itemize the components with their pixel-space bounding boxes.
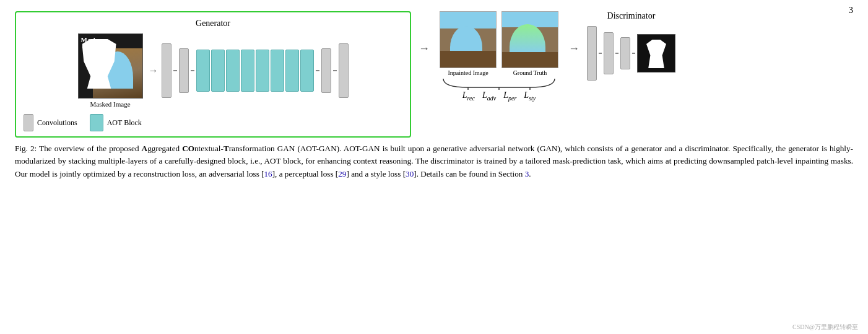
bold-T: T bbox=[224, 144, 229, 153]
aot-block-2 bbox=[211, 50, 225, 92]
legend-area: Convolutions AOT Block bbox=[21, 114, 142, 131]
discriminator-output bbox=[637, 34, 675, 73]
floor1 bbox=[440, 51, 496, 68]
disc-conn-3 bbox=[632, 53, 635, 54]
inpainted-image bbox=[440, 11, 497, 68]
floor2 bbox=[502, 52, 558, 68]
discriminator-row bbox=[587, 26, 675, 81]
loss-adv: Ladv bbox=[482, 90, 496, 102]
bold-A: A bbox=[142, 144, 148, 153]
masked-image-group: Mask Masked Image bbox=[78, 33, 143, 108]
ref-30: 30 bbox=[406, 169, 414, 178]
conv-block-1 bbox=[162, 43, 171, 98]
connector-4 bbox=[333, 70, 337, 71]
aot-block-7 bbox=[285, 50, 299, 92]
preview-images-row: Inpainted Image Ground Truth bbox=[440, 11, 558, 76]
main-content: 3 Generator Mask bbox=[0, 0, 868, 187]
inpainted-group: Inpainted Image bbox=[440, 11, 497, 76]
arrow-to-disc: → bbox=[568, 42, 579, 55]
aot-block-4 bbox=[241, 50, 254, 92]
disc-conv-2 bbox=[604, 32, 614, 74]
loss-sty: Lsty bbox=[524, 90, 536, 102]
ref-16: 16 bbox=[264, 169, 272, 178]
bold-CO: CO bbox=[182, 144, 194, 153]
loss-per: Lper bbox=[503, 90, 516, 102]
caption-fig-label: Fig. 2: The overview of the proposed Agg… bbox=[15, 144, 853, 178]
page-number: 3 bbox=[849, 5, 854, 15]
disc-conn-1 bbox=[599, 53, 602, 54]
connector-3 bbox=[316, 70, 319, 71]
conv-block-3 bbox=[321, 48, 331, 93]
ground-truth-group: Ground Truth bbox=[501, 11, 558, 76]
disc-conn-2 bbox=[615, 53, 618, 54]
disc-mask-shape bbox=[646, 40, 666, 68]
caption: Fig. 2: The overview of the proposed Agg… bbox=[15, 143, 853, 180]
legend-aot-label: AOT Block bbox=[107, 118, 142, 128]
aot-block-8 bbox=[300, 50, 314, 92]
disc-conv-3 bbox=[620, 37, 630, 69]
connector-1 bbox=[173, 70, 177, 71]
legend-conv-item: Convolutions bbox=[24, 114, 77, 131]
generator-label: Generator bbox=[196, 19, 230, 29]
aot-block-1 bbox=[196, 50, 210, 92]
loss-rec: Lrec bbox=[462, 90, 475, 102]
generator-row: Mask Masked Image → bbox=[78, 33, 349, 108]
legend-aot-item: AOT Block bbox=[90, 114, 142, 131]
conv-block-4 bbox=[339, 43, 349, 98]
discriminator-section: Discriminator bbox=[587, 11, 675, 81]
arch-opening2 bbox=[510, 24, 546, 53]
mask-label: Mask bbox=[81, 36, 97, 43]
masked-image-bg: Mask bbox=[78, 33, 143, 99]
ground-truth-label: Ground Truth bbox=[513, 69, 547, 76]
connector-2 bbox=[191, 70, 194, 71]
disc-conv-1 bbox=[587, 26, 597, 81]
aot-block-3 bbox=[226, 50, 240, 92]
arch-opening1 bbox=[450, 26, 482, 53]
aot-block-6 bbox=[271, 50, 284, 92]
brace-svg bbox=[437, 76, 561, 90]
ground-truth-image bbox=[501, 11, 558, 68]
legend-aot-icon bbox=[90, 114, 103, 131]
legend-conv-icon bbox=[24, 114, 33, 131]
arrow-1: → bbox=[149, 65, 158, 76]
masked-image-label: Masked Image bbox=[90, 100, 130, 108]
arrow-to-images: → bbox=[419, 42, 430, 55]
loss-labels-row: Lrec Ladv Lper Lsty bbox=[462, 90, 536, 102]
aot-blocks-group bbox=[196, 50, 314, 92]
discriminator-label: Discriminator bbox=[607, 11, 656, 21]
ref-section-3: 3 bbox=[525, 169, 529, 178]
generator-section: Generator Mask Masked Image bbox=[15, 11, 411, 138]
conv-block-2 bbox=[179, 48, 189, 93]
aot-block-5 bbox=[256, 50, 269, 92]
inpainted-label: Inpainted Image bbox=[448, 69, 488, 76]
preview-section: Inpainted Image Ground Truth bbox=[437, 11, 561, 102]
legend-conv-label: Convolutions bbox=[37, 118, 77, 128]
ref-29: 29 bbox=[338, 169, 346, 178]
watermark: CSDN@万里鹏程转瞬至 bbox=[792, 323, 858, 332]
